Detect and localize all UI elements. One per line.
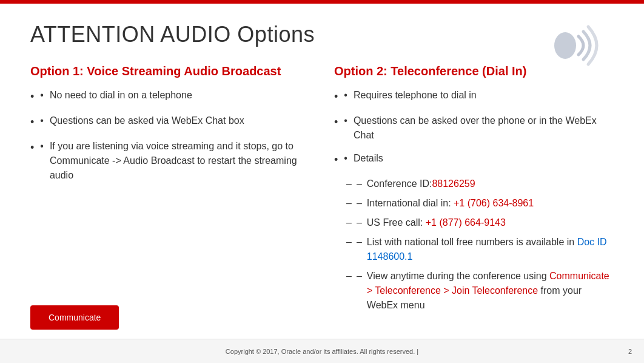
footer: Copyright © 2017, Oracle and/or its affi… [0, 339, 644, 363]
bullet-marker: • [40, 114, 44, 128]
dash-marker: – [357, 235, 362, 249]
bullet-marker: • [344, 114, 347, 128]
sub-item-text: International dial in: +1 (706) 634-8961 [367, 196, 534, 211]
list-item-text: Details [354, 151, 383, 166]
list-item: • If you are listening via voice streami… [30, 139, 310, 183]
dash-marker: – [357, 177, 362, 191]
list-item-text: If you are listening via voice streaming… [50, 139, 310, 183]
bullet-marker: • [40, 139, 44, 154]
bullet-marker: • [40, 88, 44, 103]
option1-column: Option 1: Voice Streaming Audio Broadcas… [30, 64, 310, 317]
list-item-text: No need to dial in on a telephone [50, 88, 192, 103]
doc-id-link[interactable]: Doc ID 1148600.1 [367, 237, 607, 262]
option2-column: Option 2: Teleconference (Dial In) • Req… [334, 64, 614, 317]
option2-sublist: – Conference ID:88126259 – International… [346, 177, 614, 313]
sub-item-text: List with national toll free numbers is … [367, 235, 614, 264]
sub-item-text: US Free call: +1 (877) 664-9143 [367, 215, 506, 230]
list-item-text: Questions can be asked via WebEx Chat bo… [50, 114, 244, 128]
option1-heading: Option 1: Voice Streaming Audio Broadcas… [30, 64, 310, 78]
dash-marker: – [357, 215, 362, 230]
option2-heading: Option 2: Teleconference (Dial In) [334, 64, 614, 78]
sub-item-text: Conference ID:88126259 [367, 177, 475, 191]
list-item: • Questions can be asked via WebEx Chat … [30, 114, 310, 131]
list-item-text: Requires telephone to dial in [354, 88, 477, 103]
sub-list-item-intl-dial: – International dial in: +1 (706) 634-89… [346, 196, 614, 211]
slide: ATTENTION AUDIO Options Option 1: Voice … [0, 0, 644, 363]
columns-layout: Option 1: Voice Streaming Audio Broadcas… [30, 64, 614, 317]
page-title: ATTENTION AUDIO Options [30, 22, 614, 47]
dash-marker: – [357, 196, 362, 211]
footer-copyright: Copyright © 2017, Oracle and/or its affi… [226, 348, 418, 355]
us-free-value: +1 (877) 664-9143 [426, 217, 506, 228]
footer-page-number: 2 [628, 348, 632, 355]
list-item: • No need to dial in on a telephone [30, 88, 310, 105]
dash-marker: – [357, 269, 362, 283]
main-content: ATTENTION AUDIO Options Option 1: Voice … [0, 4, 644, 339]
sub-item-text: View anytime during the conference using… [367, 269, 614, 313]
list-item: • Questions can be asked over the phone … [334, 114, 614, 143]
communicate-teleconference-link[interactable]: Communicate > Teleconference > Join Tele… [367, 271, 609, 296]
bullet-marker: • [344, 151, 347, 166]
list-item: • Details [334, 151, 614, 168]
sub-list-item-conference-id: – Conference ID:88126259 [346, 177, 614, 191]
sub-list-item-doc-id: – List with national toll free numbers i… [346, 235, 614, 264]
list-item-text: Questions can be asked over the phone or… [354, 114, 614, 143]
communicate-button[interactable]: Communicate [30, 305, 119, 330]
sub-list-item-us-free: – US Free call: +1 (877) 664-9143 [346, 215, 614, 230]
option2-bullet-list: • Requires telephone to dial in • Questi… [334, 88, 614, 168]
list-item: • Requires telephone to dial in [334, 88, 614, 105]
intl-dial-value: +1 (706) 634-8961 [454, 198, 534, 208]
bullet-marker: • [344, 88, 347, 103]
sub-list-item-view-anytime: – View anytime during the conference usi… [346, 269, 614, 313]
conference-id-value: 88126259 [432, 178, 475, 189]
option1-bullet-list: • No need to dial in on a telephone • Qu… [30, 88, 310, 183]
